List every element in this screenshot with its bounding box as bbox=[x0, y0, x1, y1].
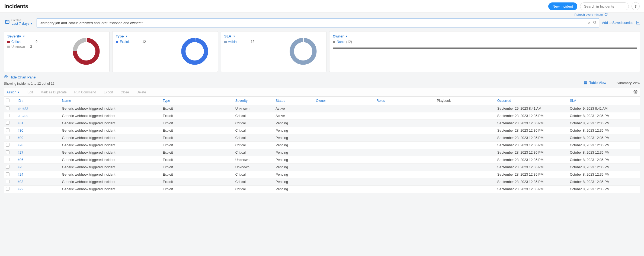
row-checkbox[interactable] bbox=[6, 180, 9, 183]
header-search-input[interactable] bbox=[580, 2, 629, 10]
incident-id-link[interactable]: #23 bbox=[18, 180, 23, 184]
legend-value: 3 bbox=[27, 45, 32, 49]
stats-icon[interactable] bbox=[636, 20, 640, 26]
table-row[interactable]: #24Generic webhook triggered incidentExp… bbox=[4, 171, 640, 178]
row-checkbox[interactable] bbox=[6, 150, 9, 154]
cell-playbook bbox=[435, 178, 495, 186]
col-type[interactable]: Type bbox=[161, 97, 233, 105]
col-status[interactable]: Status bbox=[273, 97, 314, 105]
panel-title-type[interactable]: Type bbox=[116, 34, 124, 38]
cell-severity: Critical bbox=[233, 120, 274, 127]
action-delete[interactable]: Delete bbox=[137, 90, 146, 94]
action-edit[interactable]: Edit bbox=[27, 90, 33, 94]
tab-summary-view[interactable]: Summary View bbox=[611, 81, 640, 86]
clear-query-icon[interactable]: ✕ bbox=[588, 21, 591, 25]
incidents-table: ID↓ Name Type Severity Status Owner Role… bbox=[4, 97, 640, 193]
date-range-picker[interactable]: Created Last 7 days ▼ bbox=[4, 18, 34, 27]
cell-playbook bbox=[435, 164, 495, 171]
incident-id-link[interactable]: #24 bbox=[18, 173, 23, 176]
incident-id-link[interactable]: #29 bbox=[18, 136, 23, 140]
table-row[interactable]: #22Generic webhook triggered incidentExp… bbox=[4, 186, 640, 193]
col-id[interactable]: ID↓ bbox=[15, 97, 60, 105]
action-assign[interactable]: Assign ▼ bbox=[7, 90, 20, 94]
panel-title-severity[interactable]: Severity bbox=[7, 34, 21, 38]
refresh-interval[interactable]: Refresh every minute bbox=[574, 13, 608, 17]
incident-id-link[interactable]: #27 bbox=[18, 151, 23, 154]
new-incident-button[interactable]: New Incident bbox=[548, 2, 577, 10]
cell-owner bbox=[314, 112, 374, 120]
col-occurred[interactable]: Occurred bbox=[495, 97, 568, 105]
incident-id-link[interactable]: #22 bbox=[18, 187, 23, 191]
row-checkbox[interactable] bbox=[6, 172, 9, 176]
col-name[interactable]: Name bbox=[60, 97, 161, 105]
incident-id-link[interactable]: #30 bbox=[18, 129, 23, 132]
search-icon[interactable] bbox=[593, 21, 597, 25]
cell-type: Exploit bbox=[161, 112, 233, 120]
cell-owner bbox=[314, 164, 374, 171]
star-icon[interactable]: ☆ bbox=[18, 107, 21, 111]
tab-table-view[interactable]: Table View bbox=[584, 81, 606, 86]
table-row[interactable]: #28Generic webhook triggered incidentExp… bbox=[4, 142, 640, 149]
incident-id-link[interactable]: #28 bbox=[18, 143, 23, 147]
legend-value: 12 bbox=[140, 40, 146, 44]
row-checkbox[interactable] bbox=[6, 165, 9, 169]
incident-id-link[interactable]: #32 bbox=[23, 114, 28, 118]
table-row[interactable]: #27Generic webhook triggered incidentExp… bbox=[4, 149, 640, 156]
eye-icon bbox=[4, 75, 8, 80]
table-row[interactable]: #31Generic webhook triggered incidentExp… bbox=[4, 120, 640, 127]
legend-label: Unknown bbox=[11, 45, 25, 49]
table-row[interactable]: #30Generic webhook triggered incidentExp… bbox=[4, 127, 640, 134]
refresh-icon[interactable] bbox=[604, 13, 608, 17]
cell-severity: Critical bbox=[233, 127, 274, 134]
cell-owner bbox=[314, 178, 374, 186]
action-duplicate[interactable]: Mark as Duplicate bbox=[41, 90, 67, 94]
table-row[interactable]: #26Generic webhook triggered incidentExp… bbox=[4, 156, 640, 164]
action-export[interactable]: Export bbox=[104, 90, 113, 94]
col-severity[interactable]: Severity bbox=[233, 97, 274, 105]
cell-type: Exploit bbox=[161, 127, 233, 134]
incident-id-link[interactable]: #31 bbox=[18, 121, 23, 125]
table-row[interactable]: #25Generic webhook triggered incidentExp… bbox=[4, 164, 640, 171]
cell-occurred: September 28, 2023 12:36 PM bbox=[495, 149, 568, 156]
cell-checkbox bbox=[4, 149, 15, 156]
add-query-link[interactable]: Add bbox=[602, 21, 608, 25]
table-row[interactable]: #23Generic webhook triggered incidentExp… bbox=[4, 178, 640, 186]
row-checkbox[interactable] bbox=[6, 136, 9, 139]
table-row[interactable]: ☆#32Generic webhook triggered incidentEx… bbox=[4, 112, 640, 120]
star-icon[interactable]: ☆ bbox=[18, 114, 21, 118]
incident-id-link[interactable]: #26 bbox=[18, 158, 23, 162]
cell-checkbox bbox=[4, 164, 15, 171]
row-checkbox[interactable] bbox=[6, 121, 9, 125]
hide-chart-link[interactable]: Hide Chart Panel bbox=[9, 75, 36, 79]
panel-title-owner[interactable]: Owner bbox=[333, 34, 344, 38]
cell-name: Generic webhook triggered incident bbox=[60, 120, 161, 127]
action-run-command[interactable]: Run Command bbox=[74, 90, 96, 94]
col-owner[interactable]: Owner bbox=[314, 97, 374, 105]
incident-id-link[interactable]: #33 bbox=[23, 107, 28, 111]
table-settings-icon[interactable] bbox=[633, 90, 637, 95]
help-button[interactable]: ? bbox=[632, 2, 640, 10]
query-input[interactable] bbox=[39, 21, 586, 25]
tab-table-label: Table View bbox=[589, 81, 606, 85]
col-roles[interactable]: Roles bbox=[374, 97, 435, 105]
row-checkbox[interactable] bbox=[6, 158, 9, 161]
cell-type: Exploit bbox=[161, 164, 233, 171]
col-sla[interactable]: SLA bbox=[568, 97, 640, 105]
owner-none-count: (12) bbox=[346, 40, 352, 44]
cell-name: Generic webhook triggered incident bbox=[60, 178, 161, 186]
col-playbook[interactable]: Playbook bbox=[435, 97, 495, 105]
select-all-checkbox[interactable] bbox=[6, 99, 9, 102]
action-close[interactable]: Close bbox=[121, 90, 129, 94]
panel-title-sla[interactable]: SLA bbox=[224, 34, 231, 38]
table-row[interactable]: #29Generic webhook triggered incidentExp… bbox=[4, 134, 640, 142]
row-checkbox[interactable] bbox=[6, 128, 9, 132]
incident-id-link[interactable]: #25 bbox=[18, 165, 23, 169]
row-checkbox[interactable] bbox=[6, 187, 9, 191]
row-checkbox[interactable] bbox=[6, 114, 9, 117]
owner-none-link[interactable]: None bbox=[337, 40, 345, 44]
row-checkbox[interactable] bbox=[6, 106, 9, 110]
row-checkbox[interactable] bbox=[6, 143, 9, 147]
cell-id: #23 bbox=[15, 178, 60, 186]
table-row[interactable]: ☆#33Generic webhook triggered incidentEx… bbox=[4, 105, 640, 112]
saved-queries-link[interactable]: Saved queries bbox=[612, 21, 633, 25]
